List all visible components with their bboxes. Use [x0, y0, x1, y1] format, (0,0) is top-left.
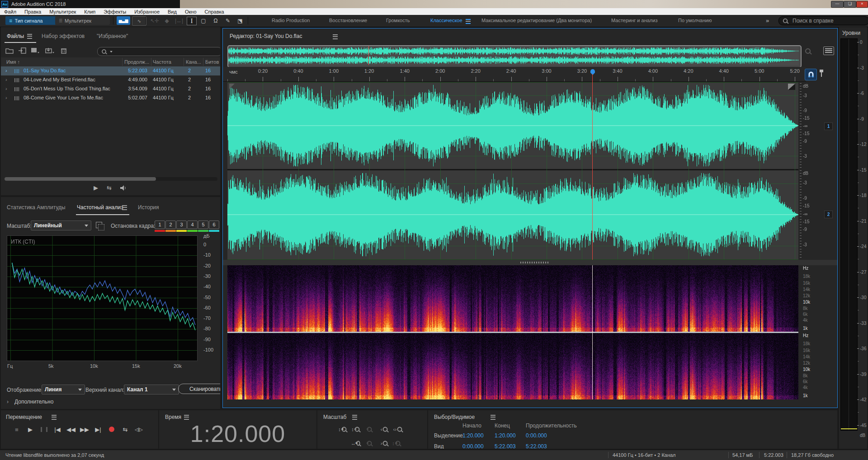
freeze-frame-button[interactable]: 2 [165, 221, 176, 229]
menu-item[interactable]: Клип [80, 9, 99, 14]
files-hscrollbar[interactable] [5, 177, 217, 181]
analysis-panel-menu-icon[interactable] [122, 205, 127, 210]
time-display[interactable]: 1:20.000 [159, 420, 316, 447]
file-row[interactable]: ›04-Love And My Best Friend.flac4:49.000… [1, 75, 220, 84]
menu-item[interactable]: Мультитрек [45, 9, 80, 14]
tab-frequency-analysis[interactable]: Частотный анализ [77, 204, 123, 211]
spectral-display[interactable] [227, 265, 798, 399]
editor-title[interactable]: Редактор: 01-Say You Do.flac [230, 33, 302, 39]
files-panel-menu-icon[interactable] [27, 34, 32, 39]
lasso-selection-tool-icon[interactable]: Ω [211, 17, 220, 24]
overview-strip[interactable] [227, 45, 802, 68]
waveform-view-toggle[interactable]: ≣ Тип сигнала [5, 16, 60, 25]
open-folder-icon[interactable] [5, 47, 14, 55]
more-chevron-icon[interactable]: › [7, 399, 9, 405]
zoom-to-selection-button[interactable]: ‹› [392, 425, 404, 434]
skip-to-end-button[interactable]: ▶| [92, 425, 104, 434]
scale-select[interactable]: Линейный [31, 221, 91, 230]
pause-button[interactable] [38, 425, 50, 434]
menu-item[interactable]: Правка [20, 9, 45, 14]
skip-selection-button[interactable]: ◁|▷ [133, 425, 145, 434]
selview-value[interactable]: 5:22.003 [526, 443, 547, 449]
menu-item[interactable]: Вид [164, 9, 181, 14]
tab-files[interactable]: Файлы [7, 33, 24, 39]
expand-chevron-icon[interactable]: › [5, 95, 7, 100]
menu-item[interactable]: Файл [0, 9, 20, 14]
workspace-menu-icon[interactable] [466, 19, 471, 24]
expand-chevron-icon[interactable]: › [5, 68, 7, 73]
loop-playback-button[interactable]: ⇆ [119, 425, 131, 434]
stop-button[interactable]: ■ [11, 425, 23, 434]
preview-loop-button[interactable]: ⇆ [107, 184, 112, 191]
expand-chevron-icon[interactable]: › [5, 86, 7, 91]
workspace-tab[interactable]: Классическое [430, 15, 462, 26]
waveform-display-toggle[interactable]: ∿ [132, 16, 146, 26]
workspace-tab[interactable]: Максимальное редактирование (Два монитор… [481, 15, 592, 26]
multitrack-view-toggle[interactable]: ☰ Мультитрек [55, 16, 110, 25]
time-panel-menu-icon[interactable] [184, 415, 189, 420]
more-label[interactable]: Дополнительно [14, 399, 53, 405]
editor-list-icon[interactable] [823, 47, 834, 55]
zoom-out-vertical-button[interactable]: ↕− [351, 425, 363, 434]
paintbrush-tool-icon[interactable]: ✎ [223, 17, 232, 24]
play-button[interactable]: ▶ [24, 425, 36, 434]
fast-forward-button[interactable]: ▶▶ [79, 425, 90, 434]
trash-icon[interactable] [61, 47, 67, 55]
channel-1-badge[interactable]: 1 [824, 122, 833, 130]
file-row[interactable]: ›08-Come Give Your Love To Me.flac5:02.0… [1, 94, 220, 103]
copy-graph-icon[interactable] [96, 222, 102, 228]
zoom-panel-menu-icon[interactable] [352, 415, 357, 420]
workspace-tab[interactable]: Мастеринг и анализ [611, 15, 657, 26]
selview-value[interactable]: 0:00.000 [462, 443, 484, 449]
freeze-frame-button[interactable]: 5 [198, 221, 208, 229]
transport-panel-menu-icon[interactable] [52, 415, 57, 420]
rewind-button[interactable]: ◀◀ [65, 425, 77, 434]
workspace-overflow-button[interactable]: » [766, 15, 769, 26]
files-search-input[interactable] [97, 47, 220, 56]
scan-button[interactable]: Сканировать [178, 384, 220, 394]
snap-magnet-icon[interactable] [805, 69, 817, 80]
workspace-tab[interactable]: Громкость [386, 15, 410, 26]
preview-play-button[interactable]: ▶ [94, 184, 98, 191]
freeze-frame-button[interactable]: 1 [155, 221, 165, 229]
time-selection-tool-icon[interactable]: I [187, 17, 197, 25]
new-content-icon[interactable] [31, 47, 40, 55]
editor-panel-menu-icon[interactable] [333, 34, 338, 39]
menu-item[interactable]: Эффекты [99, 9, 130, 14]
preview-autoplay-icon[interactable] [120, 185, 127, 192]
wave-spectral-splitter[interactable] [223, 260, 837, 265]
slip-tool-icon[interactable]: |↔| [175, 17, 184, 24]
zoom-in-horizontal-button[interactable]: ↔+ [351, 439, 363, 448]
skip-to-start-button[interactable]: |◀ [52, 425, 63, 434]
selview-value[interactable]: 1:20.000 [462, 432, 484, 439]
menu-item[interactable]: Справка [201, 9, 228, 14]
menu-item[interactable]: Окно [181, 9, 201, 14]
main-waveform[interactable] [227, 82, 798, 260]
expand-chevron-icon[interactable]: › [5, 77, 7, 82]
spectral-display-toggle[interactable]: ▅▃▆ [117, 16, 130, 25]
move-tool-icon[interactable]: ↖✛ [150, 17, 159, 24]
help-search-input[interactable]: Поиск в справке [778, 16, 868, 25]
selview-value[interactable]: 1:20.000 [495, 432, 516, 439]
display-select[interactable]: Линия [42, 385, 85, 394]
workspace-tab[interactable]: Radio Production [272, 15, 310, 26]
selview-value[interactable]: 0:00.000 [526, 432, 547, 439]
spot-healing-brush-tool-icon[interactable]: ⬔ [236, 17, 245, 24]
selection-panel-menu-icon[interactable] [491, 415, 495, 420]
marquee-selection-tool-icon[interactable]: ▢ [199, 17, 208, 24]
display-split-icon[interactable] [788, 84, 795, 90]
channel-2-badge[interactable]: 2 [824, 211, 833, 218]
import-multitrack-icon[interactable] [45, 47, 54, 55]
close-button[interactable]: × [856, 1, 868, 8]
zoom-in-right-edge-button[interactable]: › [378, 439, 391, 448]
file-row[interactable]: ›01-Say You Do.flac5:22.00344100 Гц216 [1, 66, 220, 75]
level-meter[interactable] [840, 38, 858, 431]
top-channel-select[interactable]: Канал 1 [124, 385, 179, 394]
record-button[interactable] [106, 425, 118, 434]
freeze-frame-button[interactable]: 3 [176, 221, 187, 229]
maximize-button[interactable]: ❏ [844, 1, 856, 8]
workspace-tab[interactable]: По умолчанию [678, 15, 712, 26]
freeze-frame-button[interactable]: 4 [187, 221, 198, 229]
import-file-icon[interactable] [18, 47, 26, 55]
tab-effects-rack[interactable]: Набор эффектов [42, 33, 85, 39]
